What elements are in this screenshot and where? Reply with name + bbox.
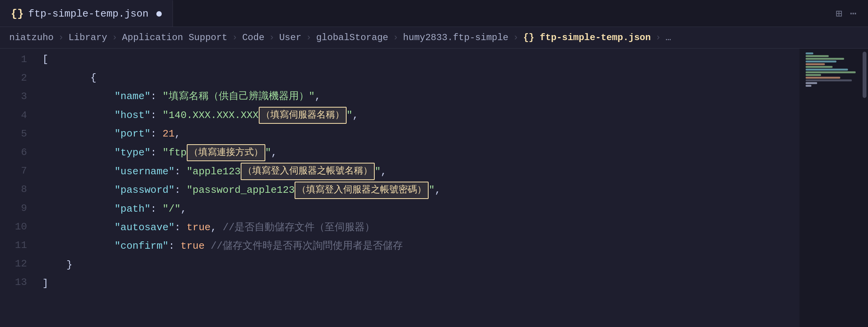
- minimap-line-6: [806, 66, 833, 68]
- split-editor-button[interactable]: ⊞: [836, 7, 842, 20]
- minimap-line-13: [806, 85, 811, 87]
- breadcrumb: niatzuho › Library › Application Support…: [0, 27, 868, 49]
- code-line-10: "autosave" : true , //是否自動儲存文件（至伺服器）: [42, 218, 799, 237]
- breadcrumb-niatzuho[interactable]: niatzuho: [9, 32, 54, 43]
- breadcrumb-sep-2: ›: [112, 32, 117, 43]
- breadcrumb-global-storage[interactable]: globalStorage: [316, 32, 388, 43]
- code-line-6: "type" : "ftp （填寫連接方式） " ,: [42, 143, 799, 162]
- more-actions-button[interactable]: ⋯: [850, 7, 856, 20]
- breadcrumb-sep-4: ›: [269, 32, 275, 43]
- breadcrumb-user[interactable]: User: [279, 32, 302, 43]
- minimap-line-12: [806, 82, 817, 84]
- minimap-line-9: [806, 74, 821, 76]
- line-num-12: 12: [0, 255, 27, 273]
- breadcrumb-humy2833-ftp-simple[interactable]: humy2833.ftp-simple: [403, 32, 509, 43]
- line-num-6: 6: [0, 143, 27, 162]
- code-highlight-username: （填寫登入伺服器之帳號名稱）: [241, 163, 375, 180]
- breadcrumb-sep-8: ›: [655, 32, 661, 43]
- breadcrumb-sep-3: ›: [232, 32, 238, 43]
- code-value-autosave: true: [186, 219, 210, 236]
- code-highlight-host: （填寫伺服器名稱）: [259, 107, 347, 124]
- tab-filename: ftp-simple-temp.json: [28, 8, 149, 20]
- tab-bar: {} ftp-simple-temp.json ⊞ ⋯: [0, 0, 868, 27]
- minimap-line-11: [806, 79, 852, 81]
- code-highlight-password: （填寫登入伺服器之帳號密碼）: [295, 182, 429, 199]
- code-line-4: "host" : "140.XXX.XXX.XXX （填寫伺服器名稱） " ,: [42, 106, 799, 125]
- code-line-12: }: [42, 256, 799, 274]
- code-line-9: "path" : "/" ,: [42, 200, 799, 218]
- breadcrumb-code[interactable]: Code: [242, 32, 265, 43]
- breadcrumb-sep-7: ›: [513, 32, 518, 43]
- breadcrumb-sep-6: ›: [393, 32, 398, 43]
- code-value-username: "apple123: [186, 163, 240, 180]
- editor: 1 2 3 4 5 6 7 8 9 10 11 12 13 [ { "name"…: [0, 49, 868, 327]
- line-numbers: 1 2 3 4 5 6 7 8 9 10 11 12 13: [0, 49, 35, 327]
- breadcrumb-ellipsis[interactable]: …: [665, 32, 671, 43]
- code-line-8: "password" : "password_apple123 （填寫登入伺服器…: [42, 181, 799, 200]
- code-line-7: "username" : "apple123 （填寫登入伺服器之帳號名稱） " …: [42, 162, 799, 181]
- code-line-5: "port" : 21 ,: [42, 125, 799, 143]
- code-key-password: "password": [114, 182, 174, 199]
- minimap-content: [806, 52, 860, 88]
- code-key-autosave: "autosave": [114, 219, 174, 236]
- line-num-10: 10: [0, 217, 27, 236]
- minimap: [799, 49, 861, 327]
- code-key-path: "path": [114, 201, 151, 217]
- breadcrumb-sep-5: ›: [306, 32, 312, 43]
- line-num-11: 11: [0, 236, 27, 255]
- breadcrumb-ftp-simple-temp-json[interactable]: {} ftp-simple-temp.json: [523, 32, 651, 43]
- code-value-name: "填寫名稱（供自己辨識機器用）": [163, 88, 315, 105]
- code-key-host: "host": [114, 107, 151, 124]
- minimap-line-10: [806, 77, 840, 79]
- code-brace-open: {: [42, 69, 96, 86]
- line-num-8: 8: [0, 180, 27, 199]
- code-key-name: "name": [114, 88, 151, 105]
- code-value-password: "password_apple123: [186, 182, 295, 199]
- vertical-scrollbar[interactable]: [861, 49, 868, 327]
- line-num-5: 5: [0, 125, 27, 143]
- tab-modified-dot: [156, 11, 162, 17]
- code-line-1: [: [42, 50, 799, 69]
- code-highlight-type: （填寫連接方式）: [187, 144, 265, 162]
- code-value-path: "/": [163, 201, 181, 217]
- code-bracket-close: ]: [42, 275, 49, 292]
- minimap-line-7: [806, 69, 848, 71]
- code-line-2: {: [42, 69, 799, 87]
- code-comment-confirm: //儲存文件時是否再次詢問使用者是否儲存: [204, 238, 403, 255]
- code-key-port: "port": [114, 125, 151, 142]
- code-line-11: "confirm" : true //儲存文件時是否再次詢問使用者是否儲存: [42, 237, 799, 255]
- code-bracket-open: [: [42, 51, 49, 68]
- line-num-4: 4: [0, 106, 27, 125]
- code-value-host: "140.XXX.XXX.XXX: [163, 107, 259, 124]
- code-editor[interactable]: [ { "name" : "填寫名稱（供自己辨識機器用）" , "host" :…: [35, 49, 799, 327]
- line-num-1: 1: [0, 50, 27, 69]
- minimap-line-1: [806, 52, 813, 54]
- code-line-13: ]: [42, 274, 799, 293]
- minimap-line-4: [806, 61, 836, 62]
- line-num-9: 9: [0, 199, 27, 217]
- minimap-line-5: [806, 63, 825, 65]
- code-value-confirm: true: [181, 238, 204, 255]
- code-key-type: "type": [114, 144, 151, 161]
- tab-actions: ⊞ ⋯: [836, 7, 856, 20]
- code-value-type: "ftp: [163, 144, 186, 161]
- json-file-icon: {}: [11, 8, 24, 20]
- code-value-port: 21: [163, 125, 174, 142]
- code-key-username: "username": [114, 163, 174, 180]
- line-num-3: 3: [0, 87, 27, 106]
- breadcrumb-application-support[interactable]: Application Support: [122, 32, 228, 43]
- line-num-7: 7: [0, 162, 27, 180]
- code-brace-close: }: [42, 256, 72, 273]
- breadcrumb-sep-1: ›: [58, 32, 64, 43]
- code-line-3: "name" : "填寫名稱（供自己辨識機器用）" ,: [42, 87, 799, 106]
- minimap-line-2: [806, 55, 829, 57]
- code-key-confirm: "confirm": [114, 238, 168, 255]
- scrollbar-thumb[interactable]: [863, 52, 866, 98]
- minimap-line-3: [806, 58, 844, 60]
- line-num-13: 13: [0, 273, 27, 292]
- code-comment-autosave: //是否自動儲存文件（至伺服器）: [223, 219, 375, 236]
- breadcrumb-library[interactable]: Library: [69, 32, 107, 43]
- minimap-line-8: [806, 71, 856, 73]
- line-num-2: 2: [0, 69, 27, 87]
- tab-ftp-simple-temp[interactable]: {} ftp-simple-temp.json: [0, 0, 173, 27]
